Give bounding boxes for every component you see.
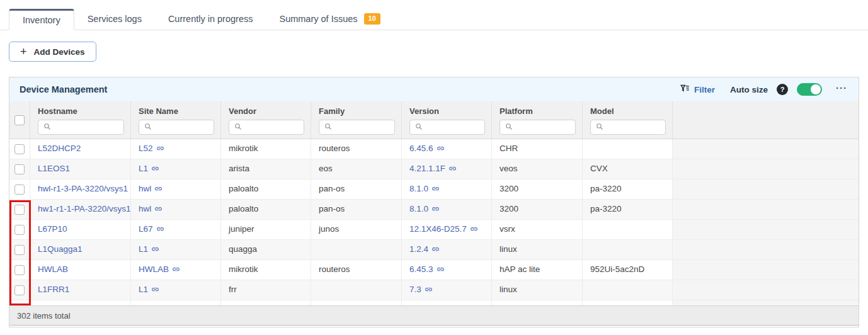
hostname-link[interactable]: L1EOS1 [38, 164, 70, 173]
version-link[interactable]: 8.1.0 [409, 204, 428, 213]
header-filler-cell [673, 101, 859, 139]
cell-model [583, 280, 673, 300]
link-icon[interactable] [437, 261, 445, 280]
row-filler-cell [673, 260, 859, 280]
version-link[interactable]: 6.45.6 [409, 144, 433, 153]
cell-model: pa-3220 [583, 179, 673, 199]
device-management-panel: Device Management Filter Auto size ? ··· [9, 77, 859, 327]
row-checkbox-cell [9, 139, 30, 159]
tab-services-logs[interactable]: Services logs [74, 8, 155, 30]
row-checkbox[interactable] [14, 205, 25, 215]
search-input-family[interactable] [336, 123, 391, 132]
cell-model: pa-3220 [583, 200, 673, 219]
hostname-link[interactable]: HWLAB [38, 264, 68, 274]
site-link[interactable]: HWLAB [139, 264, 169, 274]
row-filler-cell [673, 179, 859, 199]
table-footer: 302 items total [9, 305, 859, 326]
site-link[interactable]: L1 [139, 285, 148, 294]
search-input-vendor[interactable] [246, 123, 300, 132]
tab-currently-in-progress[interactable]: Currently in progress [155, 8, 266, 30]
site-link[interactable]: hwl [139, 184, 151, 193]
search-input-hostname[interactable] [55, 123, 120, 132]
search-input-platform[interactable] [517, 123, 571, 132]
search-icon [234, 122, 242, 133]
version-link[interactable]: 8.1.0 [409, 184, 428, 193]
cell-vendor: quagga [221, 240, 311, 259]
version-link[interactable]: 1.2.4 [409, 244, 428, 254]
cell-vendor: paloalto [221, 200, 311, 219]
more-options-button[interactable]: ··· [831, 82, 850, 97]
cell-platform: vsrx [492, 220, 583, 239]
panel-header: Device Management Filter Auto size ? ··· [9, 77, 859, 101]
search-input-model[interactable] [607, 123, 661, 132]
site-link[interactable]: hwl [139, 204, 151, 213]
tab-label: Services logs [88, 14, 142, 24]
hostname-link[interactable]: hwl-r1-3-PA-3220/vsys1 [38, 184, 128, 193]
link-icon[interactable] [172, 261, 180, 280]
row-checkbox[interactable] [14, 164, 25, 174]
link-icon[interactable] [154, 201, 163, 219]
hostname-link[interactable]: L1FRR1 [38, 285, 69, 294]
link-icon[interactable] [151, 241, 159, 259]
cell-version: 1.2.4 [402, 240, 492, 259]
question-circle-icon[interactable]: ? [777, 84, 788, 95]
link-icon[interactable] [470, 221, 478, 239]
link-icon[interactable] [431, 241, 440, 259]
site-link[interactable]: L67 [139, 224, 153, 234]
column-header-site: Site Name [131, 101, 221, 139]
link-icon[interactable] [156, 221, 164, 239]
link-icon[interactable] [154, 181, 163, 199]
search-box-model [590, 120, 666, 135]
hostname-link[interactable]: L67P10 [38, 224, 67, 234]
row-checkbox-cell [9, 240, 30, 259]
cell-platform: linux [492, 280, 583, 300]
tab-label: Summary of Issues [279, 14, 357, 24]
site-link[interactable]: L1 [139, 244, 148, 254]
filter-button[interactable]: Filter [680, 84, 715, 96]
link-icon[interactable] [431, 181, 440, 199]
search-icon [324, 122, 332, 133]
cell-vendor: paloalto [221, 179, 311, 199]
search-icon [596, 122, 603, 133]
tab-inventory[interactable]: Inventory [9, 9, 74, 30]
link-icon[interactable] [425, 281, 433, 300]
table-row-partial [9, 300, 859, 305]
search-input-site[interactable] [156, 123, 210, 132]
row-checkbox[interactable] [14, 245, 25, 255]
version-link[interactable]: 7.3 [409, 285, 421, 294]
version-link[interactable]: 4.21.1.1F [409, 164, 445, 173]
link-icon[interactable] [151, 281, 159, 300]
hostname-link[interactable]: L52DHCP2 [38, 144, 81, 153]
link-icon[interactable] [151, 161, 159, 179]
row-checkbox[interactable] [14, 265, 25, 275]
link-icon[interactable] [437, 140, 445, 159]
table-header-row: HostnameSite NameVendorFamilyVersionPlat… [9, 101, 859, 139]
auto-size-toggle[interactable] [797, 83, 822, 96]
cell-platform: 3200 [492, 179, 583, 199]
hostname-link[interactable]: L1Quagga1 [38, 244, 83, 254]
link-icon[interactable] [431, 201, 440, 219]
select-all-checkbox[interactable] [14, 115, 25, 125]
row-filler-cell [673, 240, 859, 259]
row-checkbox[interactable] [14, 285, 25, 295]
search-icon [43, 122, 51, 133]
site-link[interactable]: L1 [139, 164, 148, 173]
search-input-version[interactable] [426, 123, 481, 132]
site-link[interactable]: L52 [139, 144, 153, 153]
cell-hostname: hw1-r1-1-PA-3220/vsys1 [30, 200, 131, 219]
row-checkbox[interactable] [14, 225, 25, 235]
row-checkbox[interactable] [14, 144, 25, 154]
version-link[interactable]: 6.45.3 [409, 264, 433, 274]
table-row: L67P10L67juniperjunos12.1X46-D25.7vsrx [9, 220, 859, 240]
row-checkbox[interactable] [14, 185, 25, 195]
tab-bar: Inventory Services logs Currently in pro… [0, 0, 868, 30]
cell-version: 8.1.0 [402, 200, 492, 219]
version-link[interactable]: 12.1X46-D25.7 [409, 224, 467, 234]
tab-summary-of-issues[interactable]: Summary of Issues 10 [266, 8, 393, 30]
add-devices-label: Add Devices [34, 47, 85, 57]
link-icon[interactable] [156, 140, 164, 159]
add-devices-button[interactable]: + Add Devices [9, 42, 96, 62]
search-icon [415, 122, 423, 133]
link-icon[interactable] [448, 161, 457, 179]
hostname-link[interactable]: hw1-r1-1-PA-3220/vsys1 [38, 204, 131, 213]
